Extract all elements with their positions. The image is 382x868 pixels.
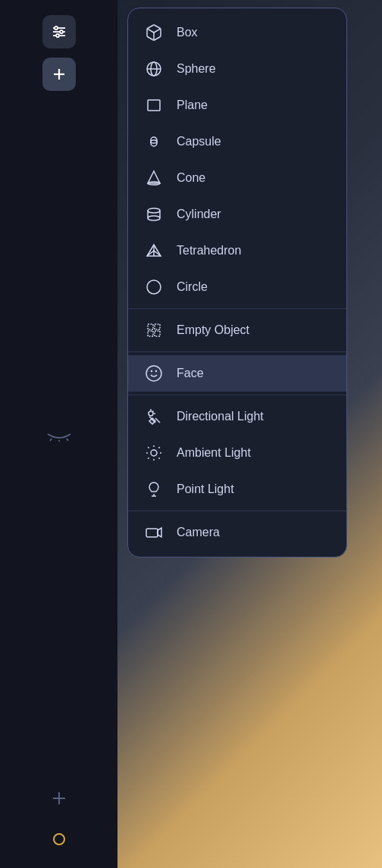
svg-point-3: [55, 27, 58, 30]
menu-item-point-light[interactable]: Point Light: [128, 471, 346, 507]
box-icon: [143, 22, 164, 43]
menu-item-cylinder[interactable]: Cylinder: [128, 196, 346, 233]
svg-point-5: [56, 34, 59, 37]
ambient-light-label: Ambient Light: [177, 446, 251, 460]
box-label: Box: [177, 26, 198, 39]
menu-item-ambient-light[interactable]: Ambient Light: [128, 435, 346, 471]
menu-item-tetrahedron[interactable]: Tetrahedron: [128, 233, 346, 269]
sphere-label: Sphere: [177, 62, 216, 76]
svg-rect-27: [148, 324, 153, 329]
menu-item-capsule[interactable]: Capsule: [128, 123, 346, 160]
svg-rect-30: [155, 331, 160, 336]
add-object-menu: Box Sphere Plane Capsule: [127, 8, 347, 557]
plane-label: Plane: [177, 98, 208, 112]
cylinder-label: Cylinder: [177, 208, 221, 221]
svg-point-26: [147, 280, 161, 294]
circle-indicator: [53, 833, 65, 845]
circle-label: Circle: [177, 280, 208, 294]
svg-point-4: [60, 30, 63, 33]
svg-line-8: [50, 439, 52, 441]
svg-line-10: [67, 439, 68, 441]
tetrahedron-icon: [143, 240, 164, 261]
point-light-label: Point Light: [177, 482, 234, 496]
directional-light-label: Directional Light: [177, 410, 264, 423]
menu-item-cone[interactable]: Cone: [128, 160, 346, 196]
eye-toggle-area: [0, 426, 117, 442]
svg-point-24: [148, 216, 160, 220]
menu-item-circle[interactable]: Circle: [128, 269, 346, 305]
svg-marker-49: [158, 528, 161, 537]
sphere-icon: [143, 58, 164, 80]
circle-icon: [143, 276, 164, 298]
plane-icon: [143, 95, 164, 116]
cylinder-icon: [143, 204, 164, 225]
plus-bottom-area: [0, 789, 117, 807]
cone-label: Cone: [177, 171, 205, 185]
empty-object-icon: [143, 320, 164, 341]
camera-label: Camera: [177, 526, 220, 539]
svg-point-21: [148, 208, 160, 213]
divider-1: [128, 308, 346, 309]
svg-point-19: [151, 140, 157, 143]
menu-item-empty-object[interactable]: Empty Object: [128, 312, 346, 348]
svg-point-38: [151, 450, 157, 456]
tetrahedron-label: Tetrahedron: [177, 244, 241, 258]
menu-item-sphere[interactable]: Sphere: [128, 51, 346, 87]
left-panel: [0, 0, 117, 868]
svg-line-36: [152, 411, 154, 413]
menu-item-directional-light[interactable]: Directional Light: [128, 398, 346, 435]
menu-item-face[interactable]: Face: [128, 355, 346, 392]
svg-line-42: [158, 457, 159, 458]
empty-object-label: Empty Object: [177, 323, 249, 337]
svg-line-46: [158, 447, 159, 448]
svg-rect-17: [148, 100, 160, 111]
svg-rect-28: [155, 324, 160, 329]
divider-2: [128, 351, 346, 352]
svg-rect-48: [146, 529, 158, 537]
face-label: Face: [177, 367, 204, 380]
menu-item-plane[interactable]: Plane: [128, 87, 346, 123]
svg-rect-29: [148, 331, 153, 336]
eye-closed-icon: [45, 426, 73, 442]
menu-item-camera[interactable]: Camera: [128, 514, 346, 551]
ambient-light-icon: [143, 442, 164, 464]
camera-icon: [143, 522, 164, 543]
svg-line-45: [148, 457, 149, 458]
point-light-icon: [143, 479, 164, 500]
capsule-label: Capsule: [177, 135, 221, 148]
cone-icon: [143, 167, 164, 189]
add-bottom-icon: [50, 789, 68, 807]
capsule-icon: [143, 131, 164, 152]
circle-bottom-area: [0, 833, 117, 845]
settings-button[interactable]: [42, 15, 76, 48]
add-button[interactable]: [42, 58, 76, 91]
menu-item-box[interactable]: Box: [128, 14, 346, 51]
directional-light-icon: [143, 406, 164, 427]
svg-rect-18: [151, 137, 157, 146]
divider-3: [128, 395, 346, 395]
face-icon: [143, 363, 164, 384]
divider-4: [128, 510, 346, 511]
svg-line-41: [148, 447, 149, 448]
